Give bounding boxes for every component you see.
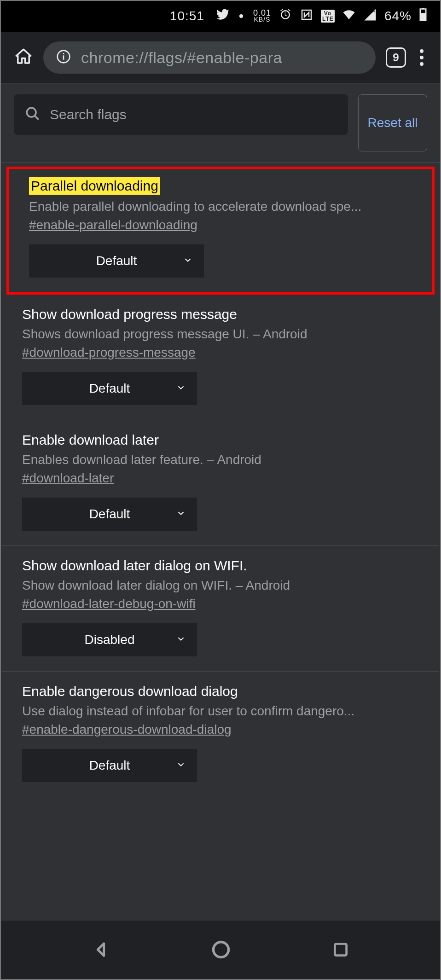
flag-description: Shows download progress message UI. – An… (22, 327, 419, 342)
reset-all-button[interactable]: Reset all (358, 94, 427, 151)
flag-title: Parallel downloading (29, 177, 160, 195)
search-flags-box[interactable] (14, 94, 348, 135)
status-time: 10:51 (170, 9, 204, 23)
volte-icon: VoLTE (321, 10, 335, 23)
chevron-down-icon (176, 632, 186, 647)
flag-hash-link[interactable]: #download-progress-message (22, 345, 196, 360)
flag-title: Show download progress message (22, 307, 237, 322)
flags-page: Reset all Parallel downloading Enable pa… (0, 83, 441, 921)
nav-home-button[interactable] (211, 939, 231, 962)
flag-dropdown-value: Default (89, 758, 130, 773)
svg-rect-3 (420, 13, 426, 20)
flag-dropdown-value: Default (96, 254, 137, 268)
flag-title: Show download later dialog on WIFI. (22, 558, 247, 574)
svg-point-7 (27, 108, 36, 117)
flags-list: Parallel downloading Enable parallel dow… (0, 167, 441, 789)
flag-dropdown[interactable]: Default (22, 498, 197, 531)
android-status-bar: 10:51 0.01 KB/S VoLTE x 64% (0, 0, 441, 32)
browser-toolbar: chrome://flags/#enable-para 9 (0, 32, 441, 83)
flag-item-download-later-debug-on-wifi: Show download later dialog on WIFI. Show… (2, 546, 439, 672)
svg-rect-5 (63, 55, 64, 59)
nav-back-button[interactable] (92, 940, 110, 961)
svg-line-8 (35, 116, 39, 120)
flag-hash-link[interactable]: #download-later-debug-on-wifi (22, 597, 196, 611)
flag-hash-link[interactable]: #enable-dangerous-download-dialog (22, 722, 232, 737)
chevron-down-icon (176, 758, 186, 773)
url-text: chrome://flags/#enable-para (81, 49, 282, 67)
tab-switcher-button[interactable]: 9 (386, 47, 406, 68)
twitter-icon (215, 8, 229, 25)
flag-dropdown[interactable]: Default (22, 372, 197, 405)
flag-title: Enable dangerous download dialog (22, 684, 238, 699)
flag-description: Enables download later feature. – Androi… (22, 452, 419, 467)
svg-text:x: x (372, 8, 376, 14)
battery-percentage: 64% (384, 9, 412, 23)
flag-item-enable-dangerous-download-dialog: Enable dangerous download dialog Use dia… (2, 672, 439, 789)
network-speed-indicator: 0.01 KB/S (253, 10, 271, 23)
flag-dropdown-value: Default (89, 507, 130, 522)
home-button[interactable] (14, 47, 33, 68)
cellular-signal-icon: x (363, 8, 377, 25)
android-nav-bar (0, 921, 441, 980)
browser-menu-button[interactable] (416, 49, 427, 66)
site-info-icon[interactable] (56, 49, 71, 66)
status-dot-icon (239, 14, 243, 18)
flag-description: Use dialog instead of infobar for user t… (22, 704, 419, 719)
chevron-down-icon (176, 507, 186, 522)
chevron-down-icon (176, 381, 186, 396)
chevron-down-icon (183, 254, 193, 268)
battery-icon (419, 8, 427, 25)
tab-count: 9 (393, 51, 399, 64)
flag-item-parallel-downloading: Parallel downloading Enable parallel dow… (6, 167, 435, 295)
flag-hash-link[interactable]: #download-later (22, 471, 114, 486)
svg-point-9 (213, 942, 228, 957)
search-row: Reset all (0, 83, 441, 163)
flag-item-download-progress-message: Show download progress message Shows dow… (2, 295, 439, 420)
flag-dropdown[interactable]: Default (29, 244, 204, 278)
search-icon (25, 106, 41, 123)
flag-hash-link[interactable]: #enable-parallel-downloading (29, 218, 197, 232)
wifi-icon (342, 8, 356, 25)
svg-rect-6 (63, 53, 64, 54)
flag-item-download-later: Enable download later Enables download l… (2, 420, 439, 546)
nav-recents-button[interactable] (332, 941, 349, 960)
flag-description: Show download later dialog on WIFI. – An… (22, 578, 419, 593)
flag-description: Enable parallel downloading to accelerat… (29, 199, 412, 214)
alarm-icon (279, 8, 292, 25)
nfc-icon (300, 8, 313, 25)
flag-dropdown[interactable]: Disabled (22, 623, 197, 656)
flag-dropdown-value: Default (89, 381, 130, 396)
flag-dropdown[interactable]: Default (22, 749, 197, 782)
flag-title: Enable download later (22, 432, 159, 448)
flag-dropdown-value: Disabled (85, 632, 135, 647)
search-flags-input[interactable] (50, 107, 337, 122)
address-bar[interactable]: chrome://flags/#enable-para (43, 41, 376, 74)
svg-rect-10 (335, 944, 346, 955)
